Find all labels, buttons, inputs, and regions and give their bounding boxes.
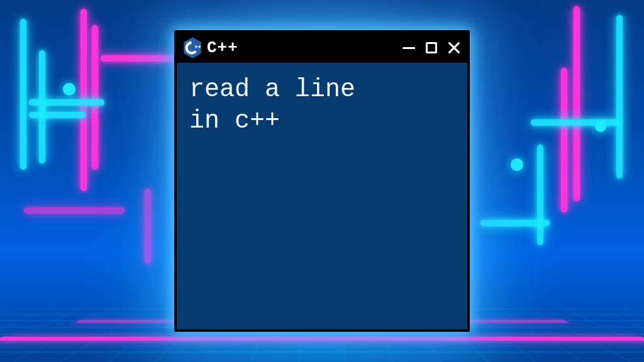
neon-line	[145, 189, 151, 264]
neon-circle	[63, 83, 75, 96]
neon-line	[92, 25, 98, 170]
maximize-button[interactable]	[423, 40, 440, 56]
minimize-button[interactable]	[401, 40, 417, 56]
svg-rect-6	[198, 47, 201, 47]
neon-line	[561, 68, 567, 212]
terminal-window: C++ read a line in c++	[174, 30, 470, 332]
neon-line	[29, 99, 104, 106]
neon-dot	[595, 121, 606, 132]
neon-line	[616, 15, 623, 178]
minimize-icon	[402, 47, 415, 49]
title-left: C++	[183, 37, 238, 58]
close-icon	[447, 41, 461, 55]
neon-circle	[511, 158, 523, 171]
neon-line	[537, 145, 543, 245]
window-controls	[401, 40, 462, 56]
svg-rect-4	[195, 47, 198, 47]
terminal-body: read a line in c++	[177, 63, 467, 148]
neon-line	[101, 55, 182, 62]
titlebar[interactable]: C++	[177, 33, 467, 63]
neon-line	[574, 6, 580, 201]
cpp-logo-icon	[183, 37, 202, 58]
neon-line	[39, 50, 45, 163]
maximize-icon	[426, 42, 437, 53]
window-title: C++	[207, 38, 238, 57]
neon-line	[20, 19, 26, 170]
scene: C++ read a line in c++	[0, 0, 644, 362]
close-button[interactable]	[446, 40, 462, 56]
neon-line	[24, 207, 125, 214]
neon-line	[29, 112, 86, 118]
